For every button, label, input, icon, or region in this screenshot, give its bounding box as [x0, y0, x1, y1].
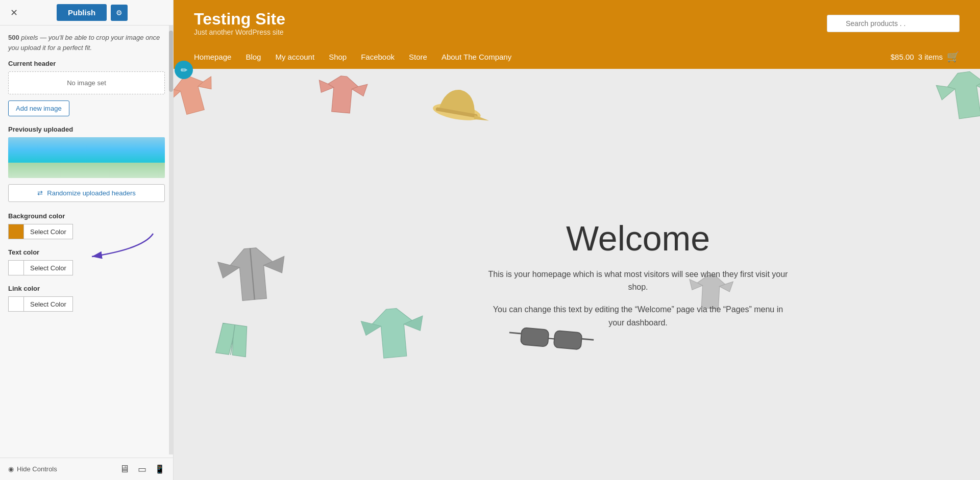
site-header: Testing Site Just another WordPress site…: [174, 0, 980, 69]
link-color-section: Link color Select Color: [8, 285, 165, 312]
settings-button[interactable]: ⚙: [111, 5, 128, 21]
bg-color-row: Select Color: [8, 224, 165, 239]
site-title: Testing Site: [194, 10, 285, 28]
previously-uploaded-label: Previously uploaded: [8, 125, 165, 133]
randomize-button[interactable]: ⇄ Randomize uploaded headers: [8, 184, 165, 202]
edit-pencil-button[interactable]: ✏: [175, 61, 193, 79]
nav-store[interactable]: Store: [409, 53, 427, 61]
hide-controls-label: Hide Controls: [17, 465, 57, 473]
nav-shop[interactable]: Shop: [329, 53, 347, 61]
site-header-top: Testing Site Just another WordPress site…: [194, 0, 960, 40]
main-area: Testing Site Just another WordPress site…: [174, 0, 980, 480]
welcome-title: Welcome: [485, 220, 791, 258]
text-color-section: Text color Select Color: [8, 248, 165, 275]
nav-facebook[interactable]: Facebook: [361, 53, 395, 61]
link-color-swatch[interactable]: [8, 296, 23, 312]
nav-blog[interactable]: Blog: [246, 53, 261, 61]
cart-items: 3 items: [918, 53, 943, 61]
current-header-label: Current header: [8, 60, 165, 67]
desktop-icon[interactable]: 🖥: [119, 463, 130, 475]
site-title-block: Testing Site Just another WordPress site: [194, 10, 285, 36]
welcome-body-2: You can change this text by editing the …: [485, 303, 791, 329]
hide-controls-icon: ◉: [8, 465, 14, 473]
nav-my-account[interactable]: My account: [275, 53, 314, 61]
hint-text: 500 pixels — you'll be able to crop your…: [8, 33, 165, 53]
randomize-label: Randomize uploaded headers: [47, 189, 135, 197]
scroll-thumb[interactable]: [169, 31, 173, 92]
randomize-icon: ⇄: [37, 189, 43, 197]
tablet-icon[interactable]: ▭: [138, 464, 146, 475]
cart-price: $85.00: [891, 53, 914, 61]
bg-color-swatch[interactable]: [8, 224, 23, 239]
site-tagline: Just another WordPress site: [194, 28, 285, 36]
bg-select-color-button[interactable]: Select Color: [23, 224, 73, 239]
text-select-color-button[interactable]: Select Color: [23, 260, 73, 275]
text-color-label: Text color: [8, 248, 165, 256]
device-icons: 🖥 ▭ 📱: [119, 463, 165, 475]
link-select-color-button[interactable]: Select Color: [23, 296, 73, 312]
welcome-section: Welcome This is your homepage which is w…: [485, 220, 791, 330]
search-wrapper: 🔍: [827, 15, 960, 32]
panel-content: 500 pixels — you'll be able to crop your…: [0, 26, 173, 458]
top-bar: ✕ Publish ⚙: [0, 0, 173, 26]
link-color-label: Link color: [8, 285, 165, 292]
uploaded-image-preview[interactable]: [8, 137, 165, 178]
cart-icon: 🛒: [947, 50, 960, 63]
cart-info[interactable]: $85.00 3 items 🛒: [891, 50, 960, 63]
bottom-bar: ◉ Hide Controls 🖥 ▭ 📱: [0, 458, 173, 480]
bg-color-label: Background color: [8, 212, 165, 220]
publish-button[interactable]: Publish: [57, 4, 107, 21]
nav-homepage[interactable]: Homepage: [194, 53, 231, 61]
search-input[interactable]: [827, 15, 960, 32]
close-button[interactable]: ✕: [6, 5, 22, 20]
hide-controls-button[interactable]: ◉ Hide Controls: [8, 465, 57, 473]
main-content: Welcome This is your homepage which is w…: [174, 69, 980, 480]
no-image-indicator: No image set: [8, 71, 165, 94]
mobile-icon[interactable]: 📱: [155, 464, 165, 474]
nav-about[interactable]: About The Company: [442, 53, 511, 61]
add-new-image-button[interactable]: Add new image: [8, 100, 69, 116]
bg-color-section: Background color Select Color: [8, 212, 165, 239]
link-color-row: Select Color: [8, 296, 165, 312]
scroll-indicator: [169, 26, 173, 454]
site-nav: Homepage Blog My account Shop Facebook S…: [194, 44, 960, 69]
welcome-body-1: This is your homepage which is what most…: [485, 268, 791, 294]
text-color-row: Select Color: [8, 260, 165, 275]
customizer-panel: ✕ Publish ⚙ 500 pixels — you'll be able …: [0, 0, 174, 480]
text-color-swatch[interactable]: [8, 260, 23, 275]
